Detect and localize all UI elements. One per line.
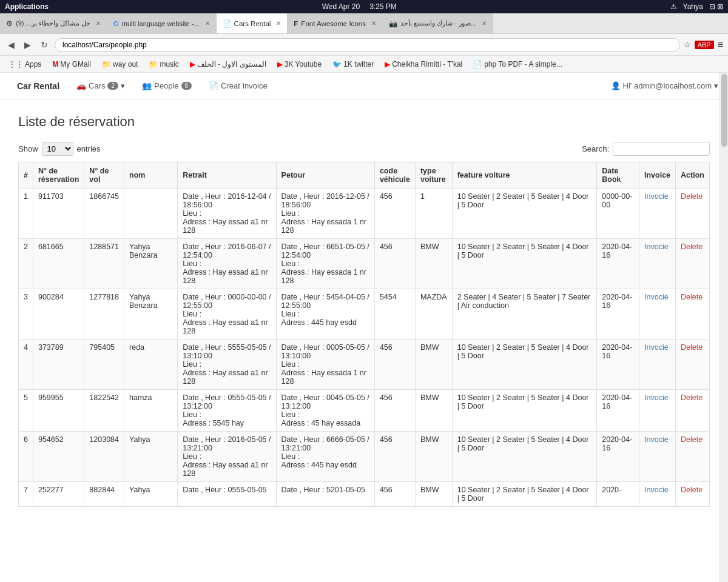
cell-retrait: Date , Heur : 2016-05-05 / 13:21:00Lieu … (178, 432, 276, 482)
cell-invoice: Invocie (639, 289, 676, 340)
nav-people[interactable]: 👥 People 8 (135, 76, 199, 95)
cell-invoice: Invocie (639, 340, 676, 390)
invoice-link[interactable]: Invocie (644, 486, 669, 494)
bookmark-wayout-label: way out (113, 60, 138, 69)
os-time: 3:25 PM (369, 2, 397, 11)
play-icon-1: ▶ (190, 60, 195, 69)
cell-type: BMW (415, 239, 452, 289)
cell-vol: 1203084 (84, 432, 124, 482)
table-row: 3 900284 1277818 Yahya Benzara Date , He… (19, 289, 710, 340)
cell-action: Delete (676, 289, 710, 340)
tab-3-close[interactable]: ✕ (276, 20, 281, 27)
invoice-link[interactable]: Invocie (644, 343, 669, 352)
bookmark-apps[interactable]: ⋮⋮ Apps (5, 59, 45, 69)
cell-code: 456 (374, 239, 415, 289)
tab-5-favicon: 📷 (389, 19, 397, 28)
cell-petour: Date , Heur : 5454-04-05 / 12:55:00Lieu … (276, 289, 374, 340)
tab-5[interactable]: 📷 صور - شارك واستمتع بأحد... ✕ (383, 13, 493, 33)
cell-nom: Yahya (124, 432, 178, 482)
cell-num: 3 (19, 289, 33, 340)
app-nav-links: Car Rental 🚗 Cars 2 ▾ 👥 People 8 📄 Creat… (10, 76, 275, 96)
cell-vol: 1288571 (84, 239, 124, 289)
apps-grid-icon: ⋮⋮ (8, 60, 23, 69)
invoice-link[interactable]: Invocie (644, 435, 669, 444)
tab-1-close[interactable]: ✕ (96, 20, 101, 27)
bookmark-star-icon[interactable]: ☆ (684, 40, 691, 49)
back-button[interactable]: ◀ (5, 39, 18, 51)
nav-user-menu[interactable]: 👤 Hi' admin@localhost.com ▾ (611, 81, 718, 90)
col-action: Action (676, 162, 710, 189)
tab-1[interactable]: ⚙ حل مشاكل واخطاء بر... (9) ✕ (0, 13, 107, 33)
invoice-link[interactable]: Invocie (644, 393, 669, 402)
cell-date-book: 2020-04-16 (597, 432, 639, 482)
table-row: 7 252277 882844 Yahya Date , Heur : 0555… (19, 482, 710, 507)
delete-link[interactable]: Delete (681, 486, 703, 494)
delete-link[interactable]: Delete (681, 293, 703, 301)
window-controls[interactable]: ⊟ ⊠ (709, 2, 723, 11)
cell-feature: 10 Seater | 2 Seater | 5 Seater | 4 Door… (452, 390, 597, 432)
os-user-area: ⚠ Yahya ⊟ ⊠ (670, 2, 723, 11)
cars-badge: 2 (107, 82, 118, 90)
cell-feature: 10 Seater | 2 Seater | 5 Seater | 4 Door… (452, 189, 597, 239)
bookmark-3k-youtube[interactable]: ▶ 3K Youtube (274, 59, 325, 69)
bookmark-gmail[interactable]: M My GMail (49, 59, 95, 69)
bookmark-3k-label: 3K Youtube (285, 60, 322, 69)
bookmark-twitter[interactable]: 🐦 1K twitter (329, 59, 377, 69)
col-date-book: DateBook (597, 162, 639, 189)
invoice-link[interactable]: Invocie (644, 192, 669, 201)
tab-4-favicon: F (294, 20, 298, 27)
play-icon-3: ▶ (385, 60, 390, 69)
invoice-link[interactable]: Invocie (644, 242, 669, 251)
tab-5-close[interactable]: ✕ (482, 20, 487, 27)
search-input[interactable] (613, 142, 710, 156)
col-feature: feature voiture (452, 162, 597, 189)
nav-brand[interactable]: Car Rental (10, 76, 67, 96)
bookmark-wayout[interactable]: 📁 way out (98, 59, 141, 69)
cell-type: BMW (415, 390, 452, 432)
bookmark-music[interactable]: 📁 music (145, 59, 182, 69)
os-date: Wed Apr 20 (322, 2, 360, 11)
cell-reservation: 373789 (33, 340, 84, 390)
cell-type: MAZDA (415, 289, 452, 340)
folder-icon-2: 📁 (149, 60, 158, 69)
col-reservation: N° deréservation (33, 162, 84, 189)
delete-link[interactable]: Delete (681, 393, 703, 402)
cell-reservation: 900284 (33, 289, 84, 340)
user-icon: 👤 (611, 81, 621, 90)
delete-link[interactable]: Delete (681, 435, 703, 444)
invoice-link[interactable]: Invocie (644, 293, 669, 301)
delete-link[interactable]: Delete (681, 343, 703, 352)
entries-select[interactable]: 10 25 50 100 (42, 142, 73, 156)
tab-3[interactable]: 📄 Cars Rental ✕ (217, 14, 288, 34)
tab-2[interactable]: G multi language website -... ✕ (107, 13, 217, 33)
cell-date-book: 0000-00-00 (597, 189, 639, 239)
tab-3-favicon: 📄 (223, 19, 231, 28)
table-row: 5 959955 1822542 hamza Date , Heur : 055… (19, 390, 710, 432)
os-taskbar: Applications Wed Apr 20 3:25 PM ⚠ Yahya … (0, 0, 728, 13)
tab-4-close[interactable]: ✕ (371, 20, 376, 27)
scroll-thumb[interactable] (721, 74, 727, 147)
bookmark-youtube1[interactable]: ▶ المستوى الاول - الحلف (186, 59, 270, 69)
cell-action: Delete (676, 432, 710, 482)
delete-link[interactable]: Delete (681, 192, 703, 201)
col-num: # (19, 162, 33, 189)
tab-4[interactable]: F Font Awesome Icons ✕ (288, 13, 383, 33)
cell-feature: 10 Seater | 2 Seater | 5 Seater | 4 Door… (452, 239, 597, 289)
bookmark-php-pdf[interactable]: 📄 php To PDF - A simple... (470, 59, 566, 69)
bookmark-gmail-label: My GMail (60, 60, 91, 69)
delete-link[interactable]: Delete (681, 242, 703, 251)
warning-icon: ⚠ (670, 2, 677, 11)
nav-invoice[interactable]: 📄 Creat Invoice (201, 76, 275, 95)
nav-cars[interactable]: 🚗 Cars 2 ▾ (69, 76, 132, 95)
play-icon-2: ▶ (277, 60, 283, 69)
tab-2-close[interactable]: ✕ (205, 20, 210, 27)
address-input[interactable] (55, 38, 680, 52)
cell-num: 6 (19, 432, 33, 482)
bookmark-cheikha[interactable]: ▶ Cheikha Rimitti - T'kal (381, 59, 466, 69)
reload-button[interactable]: ↻ (38, 39, 51, 51)
cell-feature: 10 Seater | 2 Seater | 5 Seater | 4 Door… (452, 482, 597, 507)
menu-icon[interactable]: ≡ (718, 39, 723, 50)
forward-button[interactable]: ▶ (21, 39, 34, 51)
scrollbar[interactable] (720, 73, 728, 521)
cell-type: BMW (415, 340, 452, 390)
